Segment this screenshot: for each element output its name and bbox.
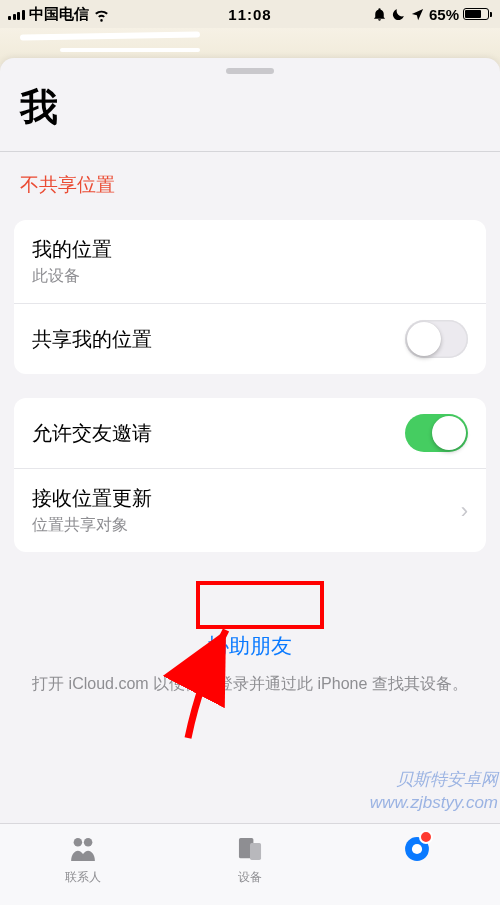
help-friend-block: 协助朋友 打开 iCloud.com 以便他人登录并通过此 iPhone 查找其… (0, 624, 500, 697)
friend-card: 允许交友邀请 接收位置更新 位置共享对象 › (14, 398, 486, 552)
location-card: 我的位置 此设备 共享我的位置 (14, 220, 486, 374)
share-my-location-label: 共享我的位置 (32, 326, 405, 353)
share-my-location-row: 共享我的位置 (14, 303, 486, 374)
carrier-label: 中国电信 (29, 5, 89, 24)
svg-point-5 (412, 844, 422, 854)
signal-icon (8, 8, 25, 20)
share-my-location-switch[interactable] (405, 320, 468, 358)
receive-location-updates-label: 接收位置更新 (32, 485, 455, 512)
me-sheet: 我 不共享位置 我的位置 此设备 共享我的位置 允许交友邀请 接收位置更新 (0, 58, 500, 905)
svg-point-1 (84, 838, 93, 847)
receive-location-updates-sub: 位置共享对象 (32, 515, 455, 536)
help-friend-button[interactable]: 协助朋友 (198, 624, 302, 668)
my-location-label: 我的位置 (32, 236, 468, 263)
moon-icon (391, 7, 406, 22)
tab-bar: 联系人 设备 (0, 823, 500, 905)
help-friend-desc: 打开 iCloud.com 以便他人登录并通过此 iPhone 查找其设备。 (28, 672, 472, 697)
battery-icon (463, 8, 492, 20)
stop-sharing-button[interactable]: 不共享位置 (0, 152, 500, 220)
tab-devices[interactable]: 设备 (167, 824, 334, 905)
people-icon (66, 834, 100, 864)
tab-people-label: 联系人 (65, 869, 101, 886)
allow-friend-requests-label: 允许交友邀请 (32, 420, 405, 447)
alarm-icon (372, 7, 387, 22)
allow-friend-requests-row: 允许交友邀请 (14, 398, 486, 468)
my-location-row[interactable]: 我的位置 此设备 (14, 220, 486, 303)
tab-devices-label: 设备 (238, 869, 262, 886)
status-bar: 中国电信 11:08 65% (0, 0, 500, 28)
wifi-icon (93, 6, 110, 23)
svg-point-0 (74, 838, 83, 847)
battery-pct: 65% (429, 6, 459, 23)
my-location-sub: 此设备 (32, 266, 468, 287)
devices-icon (233, 834, 267, 864)
allow-friend-requests-switch[interactable] (405, 414, 468, 452)
receive-location-updates-row[interactable]: 接收位置更新 位置共享对象 › (14, 468, 486, 552)
tab-people[interactable]: 联系人 (0, 824, 167, 905)
chevron-right-icon: › (455, 498, 468, 524)
tab-me[interactable] (333, 824, 500, 905)
notification-badge (419, 830, 433, 844)
svg-rect-3 (250, 843, 261, 860)
page-title: 我 (0, 74, 500, 151)
location-arrow-icon (410, 7, 425, 22)
